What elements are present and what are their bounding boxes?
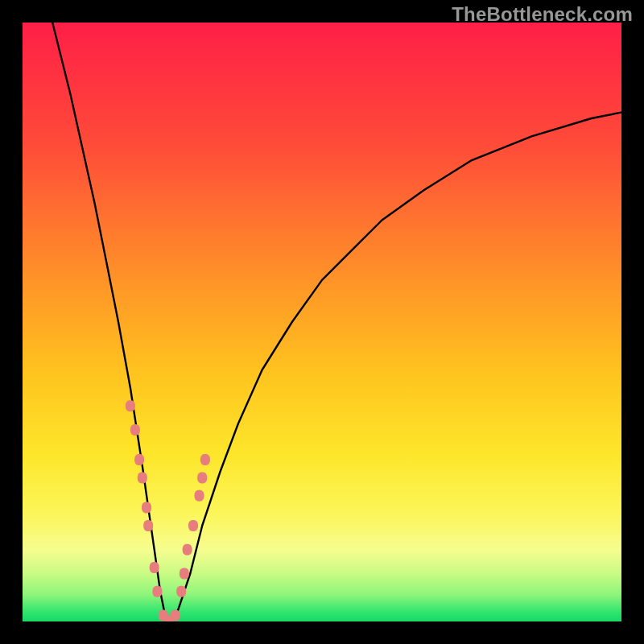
highlight-dot: [126, 400, 135, 411]
bottleneck-curve: [52, 23, 621, 621]
highlight-dot: [176, 586, 186, 597]
highlight-dot: [142, 502, 151, 514]
highlight-dot: [195, 490, 204, 502]
curve-layer: [23, 23, 621, 621]
highlight-dot: [130, 424, 140, 436]
chart-frame: TheBottleneck.com: [0, 0, 644, 644]
highlight-dot: [188, 520, 198, 531]
plot-area: [23, 23, 621, 621]
highlight-dot: [200, 454, 210, 465]
highlight-dot: [152, 586, 162, 597]
highlight-dot: [143, 520, 153, 531]
highlight-dot: [138, 472, 147, 483]
highlight-dot: [197, 472, 207, 483]
highlight-dot: [150, 562, 159, 573]
highlight-dot: [180, 568, 189, 580]
highlight-dot: [134, 454, 144, 465]
highlight-dot: [171, 610, 180, 621]
highlight-dot: [183, 544, 192, 555]
